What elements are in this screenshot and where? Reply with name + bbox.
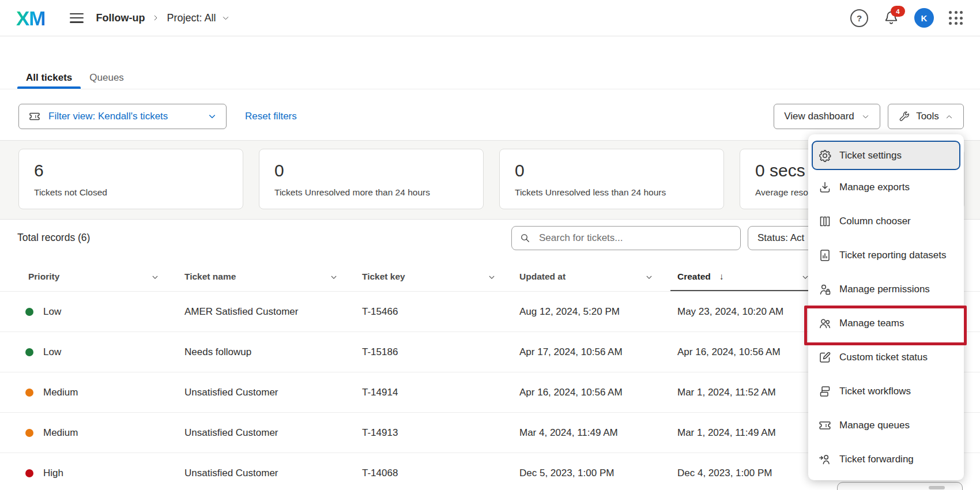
column-header-updated-at[interactable]: Updated at <box>519 272 566 282</box>
updated-at-cell: Apr 16, 2024, 10:56 AM <box>519 387 623 398</box>
menu-item-label: Ticket reporting datasets <box>839 250 947 261</box>
breadcrumb-project-label: Project: All <box>167 12 216 24</box>
app-grid-icon[interactable] <box>949 11 963 25</box>
ticket-name-cell: Unsatisfied Customer <box>184 427 278 439</box>
help-button[interactable]: ? <box>850 9 868 27</box>
filter-view-label: Filter view: Kendall's tickets <box>48 111 168 122</box>
priority-dot <box>25 469 33 477</box>
priority-cell: High <box>43 468 63 479</box>
stat-label: Tickets not Closed <box>34 187 228 198</box>
created-cell: Mar 1, 2024, 11:52 AM <box>677 387 776 398</box>
chevron-down-icon <box>208 112 217 121</box>
chevron-down-icon[interactable] <box>488 273 496 281</box>
menu-item-manage-teams[interactable]: Manage teams <box>808 306 964 340</box>
priority-dot <box>25 429 33 437</box>
search-icon <box>519 232 531 244</box>
created-cell: Apr 16, 2024, 10:56 AM <box>677 346 781 358</box>
stat-value: 0 <box>515 161 708 180</box>
chevron-down-icon[interactable] <box>151 273 159 281</box>
wrench-icon <box>898 111 910 123</box>
created-cell: May 23, 2024, 10:20 AM <box>677 306 783 318</box>
chevron-up-icon <box>945 112 953 121</box>
menu-item-ticket-settings[interactable]: Ticket settings <box>812 141 960 170</box>
menu-item-manage-exports[interactable]: Manage exports <box>808 170 964 204</box>
column-header-created[interactable]: Created <box>677 272 711 282</box>
view-dashboard-label: View dashboard <box>784 111 854 122</box>
avatar[interactable]: K <box>914 8 934 28</box>
ticket-name-cell: Needs followup <box>184 346 251 358</box>
menu-item-label: Ticket forwarding <box>839 454 914 465</box>
updated-at-cell: Dec 5, 2023, 1:00 PM <box>519 468 614 479</box>
menu-item-custom-ticket-status[interactable]: Custom ticket status <box>808 340 964 374</box>
tab-all-tickets[interactable]: All tickets <box>17 67 81 89</box>
priority-dot <box>25 348 33 356</box>
ticket-key-cell: T-15466 <box>362 306 398 318</box>
column-header-ticket-key[interactable]: Ticket key <box>362 272 405 282</box>
priority-cell: Low <box>43 346 61 358</box>
ticket-search[interactable] <box>511 226 741 250</box>
xm-logo: XM <box>16 8 46 28</box>
menu-item-label: Ticket settings <box>839 150 902 161</box>
chevron-down-icon[interactable] <box>330 273 338 281</box>
priority-cell: Medium <box>43 427 78 439</box>
menu-item-ticket-reporting-datasets[interactable]: Ticket reporting datasets <box>808 238 964 272</box>
breadcrumb-section[interactable]: Follow-up <box>96 12 145 24</box>
menu-item-manage-queues[interactable]: Manage queues <box>808 408 964 442</box>
updated-at-cell: Mar 4, 2024, 11:49 AM <box>519 427 618 439</box>
app-window: XM Follow-up Project: All ? 4 K All tick… <box>0 0 980 490</box>
updated-at-cell: Apr 17, 2024, 10:56 AM <box>519 346 623 358</box>
sort-descending-icon[interactable]: ↓ <box>719 272 724 282</box>
column-header-ticket-name[interactable]: Ticket name <box>184 272 236 282</box>
scrollbar-thumb[interactable] <box>929 486 945 489</box>
menu-item-label: Manage permissions <box>839 284 930 295</box>
notification-badge: 4 <box>891 6 905 17</box>
column-header-priority[interactable]: Priority <box>28 272 59 282</box>
ticket-key-cell: T-15186 <box>362 346 398 358</box>
tab-queues[interactable]: Queues <box>81 67 133 89</box>
tools-button[interactable]: Tools <box>888 104 964 129</box>
view-dashboard-button[interactable]: View dashboard <box>774 104 880 129</box>
horizontal-scrollbar[interactable] <box>837 482 963 490</box>
created-cell: Mar 1, 2024, 11:49 AM <box>677 427 776 439</box>
hamburger-menu-icon[interactable] <box>70 13 84 23</box>
priority-dot <box>25 389 33 397</box>
reset-filters-link[interactable]: Reset filters <box>245 104 297 129</box>
ticket-name-cell: Unsatisfied Customer <box>184 387 278 398</box>
menu-item-label: Custom ticket status <box>839 352 928 363</box>
people-icon <box>818 316 832 330</box>
menu-item-label: Manage exports <box>839 182 910 193</box>
menu-item-label: Manage queues <box>839 420 910 431</box>
ticket-key-cell: T-14068 <box>362 468 398 479</box>
workflow-icon <box>818 385 832 398</box>
chevron-down-icon[interactable] <box>645 273 653 281</box>
chevron-down-icon <box>861 112 870 121</box>
stat-label: Tickets Unresolved less than 24 hours <box>515 187 708 198</box>
status-filter-label: Status: Act <box>757 232 804 244</box>
ticket-key-cell: T-14913 <box>362 427 398 439</box>
notifications-button[interactable]: 4 <box>883 10 899 26</box>
breadcrumb-project-dropdown[interactable]: Project: All <box>167 12 229 24</box>
priority-cell: Low <box>43 306 61 318</box>
report-chart-icon <box>818 248 832 262</box>
created-cell: Dec 4, 2023, 1:00 PM <box>677 468 772 479</box>
menu-item-column-chooser[interactable]: Column chooser <box>808 204 964 238</box>
filter-view-dropdown[interactable]: Filter view: Kendall's tickets <box>18 104 227 129</box>
search-input[interactable] <box>538 232 733 244</box>
menu-item-ticket-workflows[interactable]: Ticket workflows <box>808 374 964 408</box>
menu-item-ticket-forwarding[interactable]: Ticket forwarding <box>808 442 964 476</box>
ticket-icon <box>28 110 41 123</box>
ticket-icon <box>818 419 832 432</box>
stat-value: 6 <box>34 161 228 180</box>
chevron-right-icon <box>152 14 160 22</box>
ticket-name-cell: Unsatisfied Customer <box>184 468 278 479</box>
menu-item-manage-permissions[interactable]: Manage permissions <box>808 272 964 306</box>
priority-dot <box>25 308 33 316</box>
menu-item-label: Manage teams <box>839 318 904 329</box>
forward-person-icon <box>818 453 832 466</box>
stat-card-not-closed: 6 Tickets not Closed <box>18 149 243 209</box>
tools-menu: Ticket settings Manage exports Column ch… <box>808 134 964 480</box>
gear-icon <box>818 149 832 163</box>
top-bar: XM Follow-up Project: All ? 4 K <box>0 0 980 36</box>
download-icon <box>818 180 832 194</box>
stat-card-unresolved-less-24h: 0 Tickets Unresolved less than 24 hours <box>499 149 724 209</box>
